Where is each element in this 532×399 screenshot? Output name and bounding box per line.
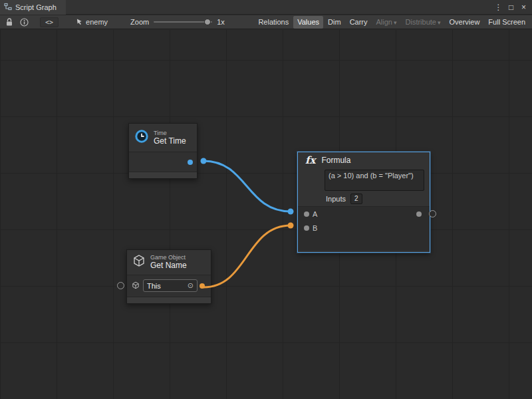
zoom-value: 1x xyxy=(217,18,225,26)
toolbar-button-fullscreen[interactable]: Full Screen xyxy=(484,16,529,29)
node-title: Formula xyxy=(321,156,350,165)
tab-title: Script Graph xyxy=(15,3,57,11)
zoom-label: Zoom xyxy=(130,18,149,26)
target-object-field[interactable]: This ⊙ xyxy=(143,279,198,292)
node-title: Get Time xyxy=(154,136,186,146)
node-footer xyxy=(127,297,211,303)
inputs-label: Inputs xyxy=(326,195,346,203)
chevron-down-icon: ▾ xyxy=(394,19,397,26)
node-get-time[interactable]: Time Get Time xyxy=(128,123,198,179)
node-formula[interactable]: fx Formula (a > 10) and (b = "Player") I… xyxy=(297,152,430,253)
port-row-b: B xyxy=(298,221,430,235)
node-category: Game Object xyxy=(150,254,187,261)
target-object-value: This xyxy=(147,282,161,290)
info-icon[interactable] xyxy=(17,15,32,29)
port-row-a: A xyxy=(298,207,430,221)
script-graph-window: Script Graph ⋮ □ × <> xyxy=(0,0,532,399)
graph-target-label: enemy xyxy=(86,18,108,26)
script-graph-icon xyxy=(4,3,12,12)
zoom-slider[interactable] xyxy=(154,21,212,23)
output-port-outer-circle[interactable] xyxy=(429,210,436,217)
toolbar-button-dim[interactable]: Dim xyxy=(324,16,345,29)
maximize-icon[interactable]: □ xyxy=(505,1,517,13)
cube-icon-small xyxy=(132,280,140,292)
distribute-label: Distribute xyxy=(406,18,436,26)
title-bar: Script Graph ⋮ □ × xyxy=(0,0,532,15)
object-picker-icon[interactable]: ⊙ xyxy=(188,281,194,290)
menu-icon[interactable]: ⋮ xyxy=(493,1,504,13)
toolbar-button-values[interactable]: Values xyxy=(293,16,323,29)
formula-expression-input[interactable]: (a > 10) and (b = "Player") xyxy=(325,170,424,191)
zoom-control: Zoom 1x xyxy=(130,18,225,26)
inputs-count-field[interactable]: 2 xyxy=(350,194,362,204)
toolbar-button-align[interactable]: Align▾ xyxy=(372,16,401,29)
node-footer xyxy=(129,172,197,178)
cube-icon xyxy=(132,254,146,270)
node-get-name[interactable]: Game Object Get Name This ⊙ xyxy=(126,249,211,304)
toolbar-buttons: Relations Values Dim Carry Align▾ Distri… xyxy=(254,16,530,29)
window-controls: ⋮ □ × xyxy=(493,1,532,13)
toolbar-button-relations[interactable]: Relations xyxy=(254,16,293,29)
pointer-icon xyxy=(76,18,83,27)
port-label-b: B xyxy=(313,224,317,232)
ports-area: A B xyxy=(298,206,430,251)
toolbar-button-carry[interactable]: Carry xyxy=(346,16,372,29)
toolbar-button-distribute[interactable]: Distribute▾ xyxy=(402,16,445,29)
node-header: fx Formula xyxy=(298,152,430,168)
graph-canvas[interactable] xyxy=(0,30,532,399)
close-icon[interactable]: × xyxy=(518,1,529,13)
output-port[interactable] xyxy=(188,160,193,165)
port-label-a: A xyxy=(313,210,317,218)
node-title: Get Name xyxy=(150,261,187,270)
code-view-button[interactable]: <> xyxy=(40,17,59,27)
node-header: Time Get Time xyxy=(129,124,197,152)
toolbar-button-overview[interactable]: Overview xyxy=(446,16,484,29)
tab-script-graph[interactable]: Script Graph xyxy=(0,0,66,15)
output-port[interactable] xyxy=(200,283,205,289)
node-header: Game Object Get Name xyxy=(127,250,211,275)
output-port[interactable] xyxy=(416,211,422,217)
node-body xyxy=(129,152,197,172)
node-body: This ⊙ xyxy=(127,275,211,297)
graph-toolbar: <> enemy Zoom 1x Relations Values Dim Ca… xyxy=(0,15,532,29)
graph-target[interactable]: enemy xyxy=(76,18,108,27)
clock-icon xyxy=(134,129,149,146)
input-port-b[interactable] xyxy=(304,225,309,231)
align-label: Align xyxy=(376,18,392,26)
formula-icon: fx xyxy=(305,154,315,166)
node-category: Time xyxy=(154,130,186,136)
input-port-a[interactable] xyxy=(304,211,309,217)
zoom-slider-handle[interactable] xyxy=(204,19,211,25)
chevron-down-icon: ▾ xyxy=(438,19,441,26)
lock-icon[interactable] xyxy=(2,15,17,29)
inputs-row: Inputs 2 xyxy=(326,194,424,203)
